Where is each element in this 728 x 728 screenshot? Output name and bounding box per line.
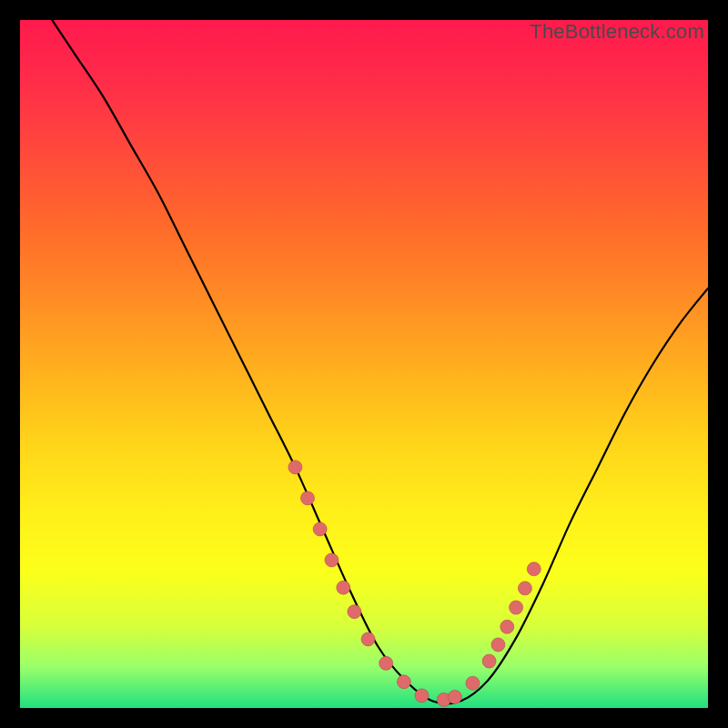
highlight-dot [500, 620, 514, 633]
highlight-dot [491, 638, 505, 652]
highlight-dot [397, 675, 410, 689]
highlight-dot [379, 656, 393, 670]
highlight-dot [448, 690, 461, 703]
highlight-dot [518, 581, 531, 595]
curve-layer [20, 20, 708, 708]
highlight-dot [313, 522, 327, 536]
bottleneck-curve [20, 20, 708, 703]
highlight-dot [415, 689, 429, 703]
highlight-dot [301, 491, 315, 505]
highlight-dot [288, 460, 302, 474]
highlight-dot [361, 632, 375, 646]
highlight-dot [466, 676, 480, 690]
plot-area: TheBottleneck.com [20, 20, 708, 708]
highlight-dot [337, 581, 350, 594]
highlight-dot [348, 605, 361, 619]
chart-frame: TheBottleneck.com [0, 0, 728, 728]
highlight-dot [527, 562, 541, 576]
highlight-dot [325, 553, 339, 567]
highlight-dot [510, 601, 523, 614]
highlight-dot [482, 654, 496, 668]
